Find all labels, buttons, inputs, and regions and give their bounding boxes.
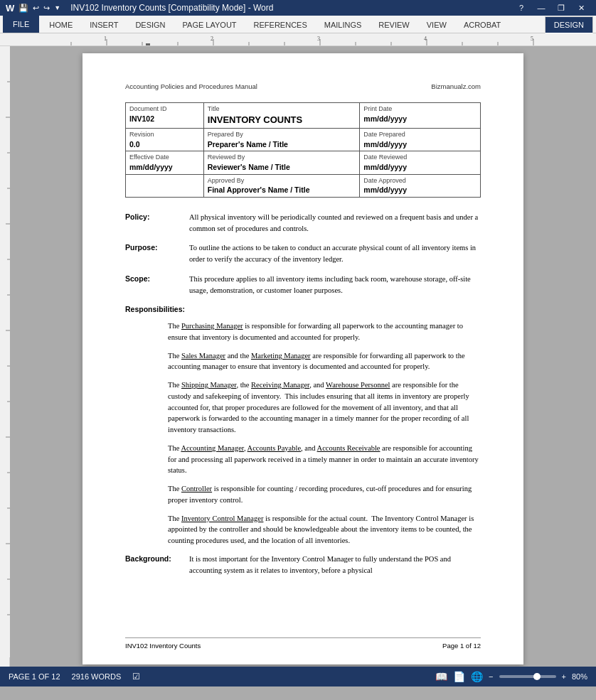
tab-references[interactable]: REFERENCES bbox=[245, 17, 316, 33]
svg-rect-0 bbox=[0, 33, 596, 45]
policy-text: All physical inventory will be periodica… bbox=[189, 212, 481, 235]
purpose-section: Purpose: To outline the actions to be ta… bbox=[125, 242, 481, 265]
resp-paragraph-6: The Inventory Control Manager is respons… bbox=[168, 513, 481, 546]
scope-label: Scope: bbox=[125, 274, 189, 296]
status-right: 📖 📄 🌐 − + 80% bbox=[435, 671, 587, 682]
doc-id-cell: Document ID INV102 bbox=[126, 103, 204, 129]
tab-file[interactable]: FILE bbox=[3, 16, 39, 33]
svg-rect-21 bbox=[0, 46, 10, 657]
svg-text:2: 2 bbox=[211, 36, 213, 42]
policy-label: Policy: bbox=[125, 212, 189, 235]
accounts-payable-link: Accounts Payable bbox=[248, 444, 302, 452]
title-label: Title bbox=[208, 104, 356, 114]
minimize-button[interactable]: — bbox=[532, 0, 550, 16]
table-row: Document ID INV102 Title INVENTORY COUNT… bbox=[126, 103, 481, 129]
title-value: INVENTORY COUNTS bbox=[208, 114, 356, 126]
empty-cell bbox=[126, 174, 204, 197]
revision-value: 0.0 bbox=[129, 139, 200, 150]
tab-design-right[interactable]: DESIGN bbox=[545, 16, 593, 33]
print-date-label: Print Date bbox=[363, 104, 477, 114]
date-prepared-label: Date Prepared bbox=[363, 130, 477, 139]
restore-button[interactable]: ❐ bbox=[552, 0, 570, 16]
svg-text:3: 3 bbox=[317, 36, 320, 42]
responsibilities-section: Responsibilities: The Purchasing Manager… bbox=[125, 304, 481, 546]
quick-access-save[interactable]: 💾 bbox=[18, 4, 28, 13]
doc-id-value: INV102 bbox=[129, 114, 200, 124]
quick-access-dropdown[interactable]: ▼ bbox=[54, 4, 60, 11]
track-changes-icon[interactable]: ☑ bbox=[132, 672, 140, 682]
header-right: Bizmanualz.com bbox=[431, 82, 481, 91]
zoom-in-icon[interactable]: + bbox=[562, 672, 566, 681]
svg-text:4: 4 bbox=[424, 36, 427, 42]
zoom-percent[interactable]: 80% bbox=[572, 672, 587, 681]
footer-right: Page 1 of 12 bbox=[442, 641, 481, 650]
sales-manager-link: Sales Manager bbox=[181, 352, 225, 360]
resp-paragraph-3: The Shipping Manager, the Receiving Mana… bbox=[168, 379, 481, 436]
tab-design[interactable]: DESIGN bbox=[127, 17, 174, 33]
tab-review[interactable]: REVIEW bbox=[370, 17, 417, 33]
reviewed-by-label: Reviewed By bbox=[208, 153, 356, 162]
background-section: Background: It is most important for the… bbox=[125, 554, 481, 576]
page-footer: INV102 Inventory Counts Page 1 of 12 bbox=[125, 637, 481, 650]
resp-paragraph-2: The Sales Manager and the Marketing Mana… bbox=[168, 350, 481, 373]
document-info-table: Document ID INV102 Title INVENTORY COUNT… bbox=[125, 102, 481, 198]
reviewed-by-cell: Reviewed By Reviewer's Name / Title bbox=[203, 151, 360, 174]
table-row: Effective Date mm/dd/yyyy Reviewed By Re… bbox=[126, 151, 481, 174]
scope-section: Scope: This procedure applies to all inv… bbox=[125, 274, 481, 296]
document-page: Accounting Policies and Procedures Manua… bbox=[83, 53, 523, 664]
title-bar-left: W 💾 ↩ ↪ ▼ INV102 Inventory Counts [Compa… bbox=[6, 3, 273, 14]
read-mode-icon[interactable]: 📖 bbox=[435, 671, 447, 682]
responsibilities-title: Responsibilities: bbox=[125, 304, 481, 315]
quick-access-redo[interactable]: ↪ bbox=[43, 4, 50, 13]
svg-text:5: 5 bbox=[531, 36, 533, 42]
quick-access-undo[interactable]: ↩ bbox=[33, 4, 39, 13]
warehouse-personnel-link: Warehouse Personnel bbox=[326, 381, 390, 389]
tab-acrobat[interactable]: ACROBAT bbox=[455, 17, 509, 33]
resp-paragraph-1: The Purchasing Manager is responsible fo… bbox=[168, 321, 481, 343]
close-button[interactable]: ✕ bbox=[572, 0, 590, 16]
revision-label: Revision bbox=[129, 130, 200, 139]
svg-rect-20 bbox=[146, 43, 150, 45]
resp-paragraph-4: The Accounting Manager, Accounts Payable… bbox=[168, 443, 481, 476]
controller-link: Controller bbox=[181, 485, 212, 492]
page-container: Accounting Policies and Procedures Manua… bbox=[0, 46, 596, 667]
date-approved-cell: Date Approved mm/dd/yyyy bbox=[360, 174, 481, 197]
date-approved-value: mm/dd/yyyy bbox=[363, 185, 477, 195]
title-text: INV102 Inventory Counts [Compatibility M… bbox=[70, 3, 273, 13]
effective-date-value: mm/dd/yyyy bbox=[129, 162, 200, 173]
table-row: Revision 0.0 Prepared By Preparer's Name… bbox=[126, 129, 481, 151]
zoom-thumb bbox=[533, 673, 541, 680]
doc-id-label: Document ID bbox=[129, 104, 200, 114]
status-bar: PAGE 1 OF 12 2916 WORDS ☑ 📖 📄 🌐 − + 80% bbox=[0, 667, 596, 686]
tab-insert[interactable]: INSERT bbox=[81, 17, 127, 33]
prepared-by-label: Prepared By bbox=[208, 130, 356, 139]
print-date-value: mm/dd/yyyy bbox=[363, 114, 477, 124]
zoom-out-icon[interactable]: − bbox=[489, 672, 493, 681]
approved-by-value: Final Approver's Name / Title bbox=[208, 185, 356, 195]
revision-cell: Revision 0.0 bbox=[126, 129, 204, 151]
svg-text:1: 1 bbox=[104, 36, 107, 42]
tab-view[interactable]: VIEW bbox=[418, 17, 455, 33]
scope-text: This procedure applies to all inventory … bbox=[189, 274, 481, 296]
print-layout-icon[interactable]: 📄 bbox=[453, 671, 465, 682]
left-ruler bbox=[0, 46, 10, 667]
table-row: Approved By Final Approver's Name / Titl… bbox=[126, 174, 481, 197]
status-left: PAGE 1 OF 12 2916 WORDS ☑ bbox=[9, 672, 140, 682]
help-button[interactable]: ? bbox=[512, 0, 531, 16]
title-cell: Title INVENTORY COUNTS bbox=[203, 103, 360, 129]
prepared-by-value: Preparer's Name / Title bbox=[208, 139, 356, 150]
web-layout-icon[interactable]: 🌐 bbox=[471, 671, 483, 682]
date-reviewed-cell: Date Reviewed mm/dd/yyyy bbox=[360, 151, 481, 174]
date-reviewed-value: mm/dd/yyyy bbox=[363, 162, 477, 173]
effective-date-cell: Effective Date mm/dd/yyyy bbox=[126, 151, 204, 174]
tab-mailings[interactable]: MAILINGS bbox=[316, 17, 371, 33]
approved-by-label: Approved By bbox=[208, 176, 356, 185]
tab-page-layout[interactable]: PAGE LAYOUT bbox=[174, 17, 245, 33]
shipping-manager-link: Shipping Manager bbox=[181, 381, 236, 389]
page-scroll[interactable]: Accounting Policies and Procedures Manua… bbox=[10, 46, 596, 667]
zoom-slider[interactable] bbox=[499, 675, 556, 678]
reviewed-by-value: Reviewer's Name / Title bbox=[208, 162, 356, 173]
policy-section: Policy: All physical inventory will be p… bbox=[125, 212, 481, 235]
tab-home[interactable]: HOME bbox=[41, 17, 81, 33]
approved-by-cell: Approved By Final Approver's Name / Titl… bbox=[203, 174, 360, 197]
